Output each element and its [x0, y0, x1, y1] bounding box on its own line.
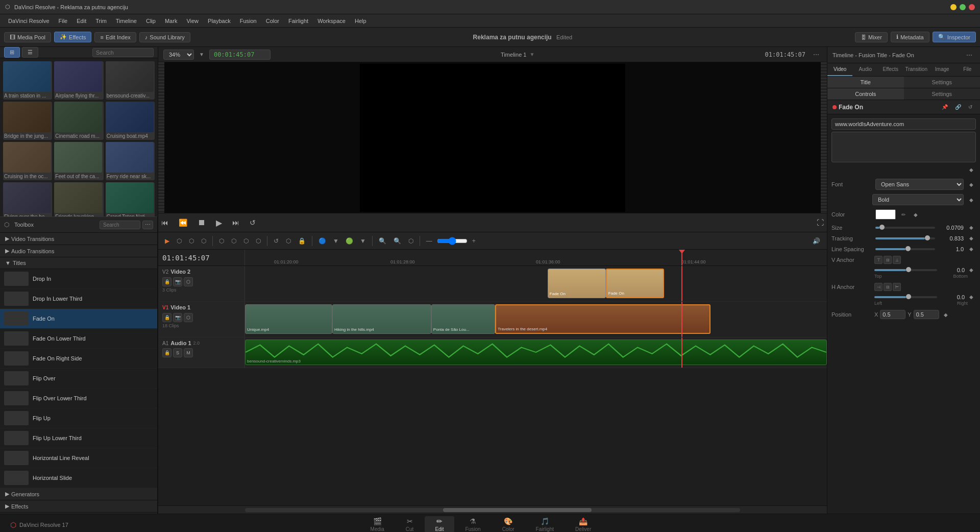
color-tool-1[interactable]: 🔵	[316, 236, 329, 246]
effect-item-1[interactable]: Drop In Lower Third	[0, 289, 157, 309]
fade-on-clip-1[interactable]: Fade On ≡	[548, 269, 606, 298]
tab-video[interactable]: Video	[827, 63, 852, 76]
clip-hiking[interactable]: Hiking in the hills.mp4	[332, 304, 431, 334]
track-v1-lock[interactable]: 🔒	[162, 313, 172, 322]
clip-reset-button[interactable]: ↺	[966, 103, 975, 111]
full-screen-button[interactable]: ⛶	[814, 217, 827, 228]
effects-options-button[interactable]: ⋯	[142, 221, 153, 229]
v-anchor-top[interactable]: ⊤	[874, 256, 883, 264]
menu-playback[interactable]: Playback	[204, 17, 235, 25]
h-anchor-left[interactable]: ⊣	[874, 283, 883, 291]
h-anchor-slider[interactable]	[874, 296, 937, 298]
controls-tab[interactable]: Controls	[827, 88, 904, 100]
menu-edit[interactable]: Edit	[72, 17, 90, 25]
settings-tab[interactable]: Settings	[904, 88, 981, 100]
tab-file[interactable]: File	[954, 63, 979, 76]
inspector-button[interactable]: 🔍 Inspector	[933, 32, 976, 42]
minimize-button[interactable]	[950, 4, 957, 10]
track-v2-lock[interactable]: 🔒	[162, 277, 172, 286]
effect-item-3[interactable]: Fade On Lower Third	[0, 329, 157, 349]
timeline-tool-5[interactable]: ⬡	[216, 236, 227, 246]
scrollbar-thumb[interactable]	[443, 508, 592, 512]
effect-item-2[interactable]: Fade On	[0, 309, 157, 329]
media-thumb-3[interactable]: Bridge in the jung...	[3, 102, 52, 140]
effect-item-6[interactable]: Flip Over Lower Third	[0, 389, 157, 408]
timeline-tool-6[interactable]: ⬡	[229, 236, 239, 246]
media-thumb-1[interactable]: Airplane flying thr...	[54, 61, 103, 100]
line-spacing-diamond-button[interactable]: ◆	[967, 245, 976, 253]
tab-effects[interactable]: Effects	[878, 63, 903, 76]
clip-pin-button[interactable]: 📌	[939, 103, 950, 111]
titlebar-controls[interactable]	[950, 4, 975, 10]
v-anchor-mid[interactable]: ⊟	[884, 256, 892, 264]
track-a1-mute[interactable]: M	[184, 348, 193, 357]
menu-view[interactable]: View	[182, 17, 203, 25]
timeline-tool-2[interactable]: ⬡	[174, 236, 184, 246]
track-v1-settings[interactable]: ⬡	[184, 313, 193, 322]
h-anchor-diamond[interactable]: ◆	[967, 293, 976, 301]
bottom-tab-fairlight[interactable]: 🎵Fairlight	[526, 516, 565, 532]
menu-fusion[interactable]: Fusion	[236, 17, 261, 25]
timeline-options[interactable]: ⬡	[406, 236, 416, 246]
h-anchor-mid[interactable]: ⊟	[884, 283, 892, 291]
timecode-options-button[interactable]: ⋯	[811, 50, 822, 59]
timeline-dropdown-icon[interactable]: ▼	[529, 52, 534, 57]
timeline-tool-3[interactable]: ⬡	[186, 236, 197, 246]
text-field-options[interactable]: ◆	[967, 166, 976, 174]
subtab-title[interactable]: Title	[827, 77, 904, 88]
jump-to-end-button[interactable]: ⏭	[229, 217, 242, 228]
track-a1-lock[interactable]: 🔒	[162, 348, 172, 357]
line-spacing-slider[interactable]	[875, 248, 935, 250]
v-anchor-slider[interactable]	[874, 269, 937, 271]
size-diamond-button[interactable]: ◆	[967, 224, 976, 231]
timeline-tool-8[interactable]: ⬡	[253, 236, 263, 246]
zoom-in-button[interactable]: 🔍	[376, 236, 389, 246]
color-diamond-button[interactable]: ◆	[911, 211, 920, 219]
maximize-button[interactable]	[960, 4, 966, 10]
play-button[interactable]: ▶	[213, 217, 225, 229]
media-thumb-9[interactable]: Flying over the be...	[3, 182, 52, 216]
clip-travelers[interactable]: Travelers in the desert.mp4	[495, 304, 710, 334]
effect-item-10[interactable]: Horizontal Slide	[0, 468, 157, 488]
effect-item-8[interactable]: Flip Up Lower Third	[0, 428, 157, 448]
effect-item-9[interactable]: Horizontal Line Reveal	[0, 448, 157, 468]
track-v1-cam[interactable]: 📷	[173, 313, 182, 322]
style-diamond-button[interactable]: ◆	[967, 196, 976, 204]
zoom-select[interactable]: 34%	[163, 50, 194, 60]
media-thumb-6[interactable]: Cruising in the oc...	[3, 142, 52, 180]
mixer-button[interactable]: 🎛 Mixer	[855, 32, 888, 42]
effects-search-input[interactable]	[100, 221, 140, 229]
position-x-input[interactable]	[880, 310, 905, 319]
style-select[interactable]: Bold	[872, 194, 964, 205]
stop-button[interactable]: ⏹	[194, 217, 209, 228]
effect-item-5[interactable]: Flip Over	[0, 369, 157, 389]
color-edit-button[interactable]: ✏	[899, 211, 908, 219]
bottom-tab-edit[interactable]: ✏Edit	[425, 516, 454, 532]
bottom-tab-color[interactable]: 🎨Color	[492, 516, 525, 532]
media-thumb-4[interactable]: Cinematic road m...	[54, 102, 103, 140]
tab-audio[interactable]: Audio	[852, 63, 877, 76]
effect-item-0[interactable]: Drop In	[0, 269, 157, 289]
color-tool-2[interactable]: ▼	[330, 236, 341, 246]
scrollbar-track[interactable]	[245, 508, 740, 512]
zoom-out-button[interactable]: 🔍	[391, 236, 404, 246]
font-diamond-button[interactable]: ◆	[967, 181, 976, 188]
media-thumb-0[interactable]: A train station in ...	[3, 61, 52, 100]
clip-unique[interactable]: Unique.mp4	[245, 304, 332, 334]
bottom-tab-media[interactable]: 🎬Media	[360, 516, 395, 532]
timeline-tool-9[interactable]: ↺	[271, 236, 281, 246]
plus-button[interactable]: +	[470, 236, 478, 246]
menu-fairlight[interactable]: Fairlight	[284, 17, 312, 25]
fade-on-clip-2[interactable]: Fade On ≡	[606, 269, 664, 298]
close-button[interactable]	[969, 4, 975, 10]
media-thumb-2[interactable]: bensound-creativ...	[106, 61, 155, 100]
audio-clip[interactable]: bensound-creativeminds.mp3	[245, 340, 827, 365]
timeline-tool-select[interactable]: ▶	[162, 236, 172, 246]
effects-button[interactable]: ✨ Effects	[54, 32, 91, 42]
metadata-button[interactable]: ℹ Metadata	[891, 32, 929, 42]
generators-toggle[interactable]: ▶ Generators	[0, 488, 157, 500]
media-search-input[interactable]	[92, 48, 154, 57]
url-input[interactable]	[831, 118, 976, 130]
color-tool-3[interactable]: 🟢	[343, 236, 356, 246]
bottom-tab-deliver[interactable]: 📤Deliver	[565, 516, 601, 532]
